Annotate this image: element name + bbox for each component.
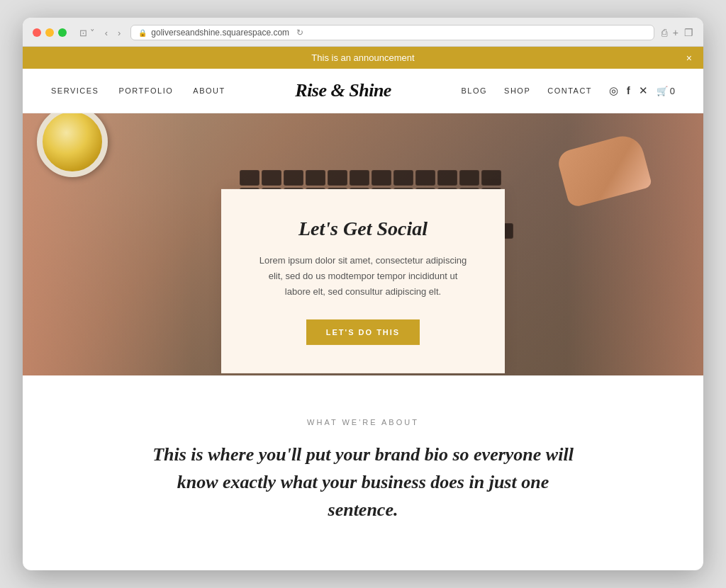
- close-button[interactable]: [33, 28, 41, 37]
- site-logo[interactable]: Rise & Shine: [295, 80, 391, 101]
- browser-controls: ⊡ ˅ ‹ ›: [77, 26, 123, 40]
- key: [459, 170, 479, 186]
- key: [284, 170, 303, 186]
- maximize-button[interactable]: [58, 28, 67, 37]
- nav-link-about[interactable]: ABOUT: [193, 86, 225, 95]
- coffee-cup-visual: [37, 113, 108, 177]
- sidebar-toggle-button[interactable]: ⊡ ˅: [77, 26, 98, 40]
- social-card-title: Let's Get Social: [257, 217, 469, 240]
- key: [481, 170, 501, 186]
- cart-icon-symbol: 🛒: [657, 86, 668, 96]
- browser-chrome: ⊡ ˅ ‹ › 🔒 goliverseandshine.squarespace.…: [23, 18, 703, 47]
- nav-left-links: SERVICES PORTFOLIO ABOUT: [51, 86, 225, 95]
- about-label: WHAT WE'RE ABOUT: [51, 418, 675, 426]
- lock-icon: 🔒: [138, 29, 147, 37]
- nav-link-contact[interactable]: CONTACT: [547, 86, 592, 95]
- nav-link-blog[interactable]: BLOG: [461, 86, 487, 95]
- lets-do-this-button[interactable]: LET'S DO THIS: [306, 320, 420, 345]
- key: [437, 170, 457, 186]
- nav-link-portfolio[interactable]: PORTFOLIO: [118, 86, 173, 95]
- website-content: This is an announcement × SERVICES PORTF…: [23, 47, 703, 570]
- browser-actions: ⎙ + ❐: [661, 27, 693, 38]
- key: [306, 170, 325, 186]
- windows-button[interactable]: ❐: [684, 27, 693, 38]
- cart-button[interactable]: 🛒 0: [657, 86, 675, 96]
- keyboard-row-1: [94, 170, 647, 186]
- traffic-lights: [33, 28, 67, 37]
- key: [240, 170, 259, 186]
- share-button[interactable]: ⎙: [661, 27, 667, 38]
- url-text: goliverseandshine.squarespace.com: [151, 28, 289, 38]
- about-section: WHAT WE'RE ABOUT This is where you'll pu…: [23, 375, 703, 552]
- about-title: This is where you'll put your brand bio …: [150, 441, 576, 524]
- nav-link-shop[interactable]: SHOP: [504, 86, 530, 95]
- twitter-icon[interactable]: ✕: [639, 84, 648, 97]
- announcement-bar: This is an announcement ×: [23, 47, 703, 69]
- nav-link-services[interactable]: SERVICES: [51, 86, 99, 95]
- reload-button[interactable]: ↻: [296, 28, 303, 38]
- key: [372, 170, 391, 186]
- key: [328, 170, 347, 186]
- cart-count: 0: [670, 86, 675, 96]
- forward-button[interactable]: ›: [115, 26, 123, 40]
- nav-social-icons: ◎ f ✕ 🛒 0: [609, 84, 675, 97]
- key: [393, 170, 413, 186]
- instagram-icon[interactable]: ◎: [609, 84, 618, 97]
- nav-right-area: BLOG SHOP CONTACT ◎ f ✕ 🛒 0: [461, 84, 675, 97]
- new-tab-button[interactable]: +: [673, 27, 678, 38]
- social-card-body: Lorem ipsum dolor sit amet, consectetur …: [257, 253, 469, 300]
- back-button[interactable]: ‹: [102, 26, 111, 40]
- hero-section: Let's Get Social Lorem ipsum dolor sit a…: [23, 113, 703, 375]
- announcement-close-button[interactable]: ×: [686, 52, 692, 64]
- navigation: SERVICES PORTFOLIO ABOUT Rise & Shine BL…: [23, 69, 703, 113]
- key: [350, 170, 369, 186]
- minimize-button[interactable]: [45, 28, 54, 37]
- announcement-text: This is an announcement: [311, 52, 414, 63]
- facebook-icon[interactable]: f: [627, 85, 630, 96]
- key: [415, 170, 435, 186]
- key: [262, 170, 281, 186]
- address-bar[interactable]: 🔒 goliverseandshine.squarespace.com ↻: [130, 25, 654, 40]
- browser-window: ⊡ ˅ ‹ › 🔒 goliverseandshine.squarespace.…: [23, 18, 703, 570]
- social-card: Let's Get Social Lorem ipsum dolor sit a…: [221, 189, 505, 373]
